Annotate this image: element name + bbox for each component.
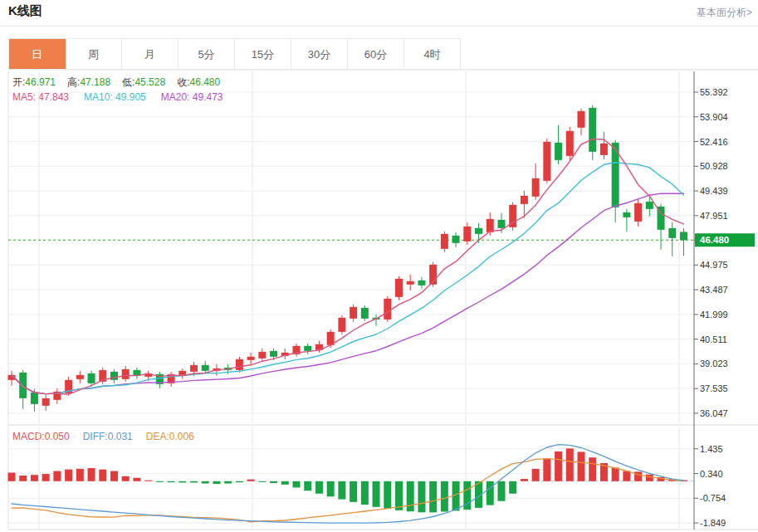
svg-text:-0.754: -0.754	[700, 493, 726, 503]
kline-chart-canvas[interactable]: 55.39253.90452.41650.92849.43947.95144.9…	[0, 0, 758, 532]
macd-bar	[19, 476, 27, 481]
candle-up	[487, 219, 494, 232]
candle-down	[31, 393, 38, 404]
macd-bar	[88, 468, 95, 481]
macd-bar	[31, 475, 38, 481]
candle-down	[202, 365, 209, 371]
svg-text:36.047: 36.047	[700, 408, 728, 418]
ma5-line	[12, 139, 684, 395]
macd-bar	[521, 479, 528, 481]
svg-text:40.511: 40.511	[700, 334, 727, 344]
price-axis: 55.39253.90452.41650.92849.43947.95144.9…	[694, 71, 728, 530]
macd-bar	[418, 481, 425, 513]
candle-up	[338, 318, 345, 332]
macd-bar	[270, 481, 277, 483]
candle-down	[680, 232, 687, 240]
svg-text:-1.849: -1.849	[700, 518, 726, 528]
candle-down	[668, 228, 676, 238]
macd-bar	[122, 476, 130, 481]
candle-up	[543, 142, 550, 181]
macd-bars	[8, 448, 687, 512]
candle-up	[566, 131, 574, 156]
svg-text:44.975: 44.975	[700, 260, 728, 270]
macd-bar	[395, 481, 403, 510]
svg-text:53.904: 53.904	[700, 112, 728, 122]
candle-down	[589, 108, 596, 152]
reference-lines	[8, 240, 694, 481]
macd-bar	[441, 481, 448, 512]
candle-down	[418, 281, 425, 286]
candle-down	[452, 236, 460, 243]
candle-up	[384, 299, 391, 320]
last-price-tag: 46.480	[695, 233, 755, 246]
svg-text:0.340: 0.340	[700, 469, 723, 479]
svg-text:43.487: 43.487	[700, 285, 728, 295]
svg-text:47.951: 47.951	[700, 211, 728, 221]
macd-bar	[168, 481, 175, 482]
macd-bar	[578, 451, 585, 481]
macd-bar	[634, 471, 642, 481]
candle-up	[463, 227, 471, 242]
svg-text:39.023: 39.023	[700, 359, 728, 368]
macd-bar	[384, 481, 391, 509]
macd-bar	[224, 481, 232, 484]
macd-bar	[281, 481, 289, 485]
macd-bar	[315, 481, 323, 494]
svg-text:50.928: 50.928	[700, 161, 728, 171]
svg-text:55.392: 55.392	[700, 87, 728, 97]
candle-down	[19, 373, 27, 398]
macd-bar	[156, 481, 164, 482]
macd-bar	[65, 470, 72, 481]
svg-text:1.435: 1.435	[700, 444, 723, 454]
candle-up	[407, 281, 414, 285]
chart-frame	[8, 70, 758, 530]
candle-up	[42, 398, 50, 406]
candle-up	[634, 203, 642, 222]
macd-bar	[99, 470, 106, 481]
svg-text:52.416: 52.416	[700, 137, 728, 147]
macd-bar	[213, 481, 220, 484]
macd-bar	[361, 481, 369, 505]
macd-bar	[236, 481, 243, 482]
macd-bar	[42, 474, 50, 481]
macd-bar	[646, 475, 653, 481]
candle-up	[578, 111, 585, 128]
candle-down	[304, 346, 311, 351]
candle-up	[350, 307, 357, 319]
svg-text:46.480: 46.480	[700, 235, 729, 245]
ma-lines	[12, 139, 684, 395]
macd-bar	[8, 472, 16, 481]
macd-bar	[293, 481, 301, 488]
candle-down	[623, 212, 630, 217]
macd-bar	[555, 451, 562, 481]
candle-down	[88, 373, 95, 383]
macd-bar	[373, 481, 380, 507]
svg-text:49.439: 49.439	[700, 186, 728, 196]
macd-bar	[202, 481, 209, 484]
candle-down	[475, 228, 482, 234]
macd-bar	[190, 481, 198, 483]
candle-up	[190, 365, 198, 372]
candle-up	[236, 359, 243, 370]
candle-up	[76, 375, 84, 379]
macd-bar	[144, 481, 152, 481]
macd-bar	[532, 469, 540, 481]
macd-bar	[350, 481, 357, 502]
macd-bar	[76, 469, 84, 481]
macd-bar	[612, 467, 619, 481]
macd-bar	[487, 481, 494, 505]
candle-down	[497, 220, 505, 228]
macd-bar	[509, 481, 516, 494]
svg-text:41.999: 41.999	[700, 310, 728, 320]
candle-down	[361, 308, 369, 319]
candle-up	[247, 357, 255, 360]
macd-bar	[338, 481, 345, 500]
macd-bar	[178, 481, 186, 483]
macd-bar	[258, 481, 266, 482]
candle-up	[122, 369, 130, 379]
candle-up	[395, 279, 403, 297]
candle-down	[646, 202, 653, 209]
macd-bar	[247, 480, 255, 481]
macd-bar	[566, 448, 574, 481]
macd-bar	[304, 481, 311, 491]
